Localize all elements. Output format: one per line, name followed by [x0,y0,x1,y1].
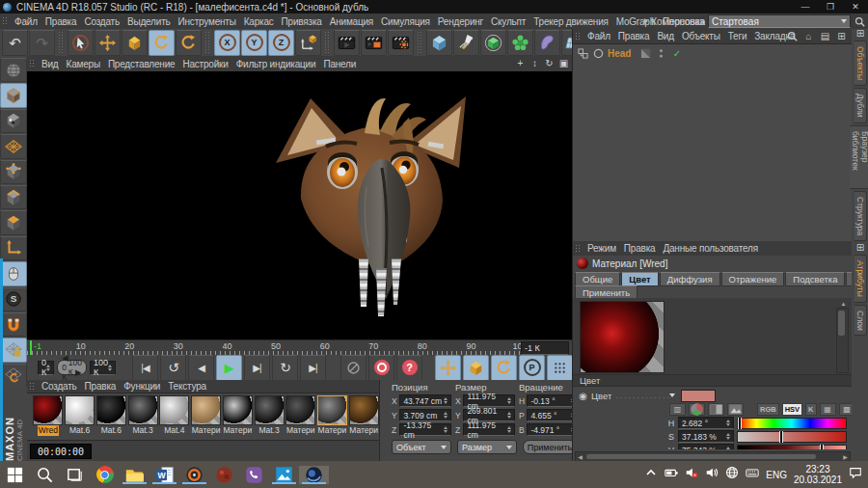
spinner[interactable] [444,397,448,404]
word-app[interactable]: W [149,466,179,484]
spectrum-icon[interactable] [708,403,724,416]
maximize-view-icon[interactable]: ▣ [557,57,570,69]
next-frame-button[interactable]: ▶| [244,355,270,381]
red-app[interactable] [209,466,239,484]
slider-marker[interactable] [820,445,824,450]
convert-button[interactable] [0,58,27,82]
spinner[interactable] [108,365,112,371]
viber-app[interactable] [239,466,269,484]
lock-y-axis-button[interactable]: Y [241,30,267,56]
edges-mode-button[interactable] [0,185,27,209]
taskbar-clock[interactable]: 23:23 20.03.2021 [794,464,842,485]
am-side-tab[interactable]: Слои [854,305,867,337]
lock-z-axis-button[interactable]: Z [268,30,294,56]
enable-axis-button[interactable] [0,236,27,260]
chevron-down-icon[interactable] [669,393,675,397]
tab-Отражение[interactable]: Отражение [721,272,785,286]
material-thumbnail[interactable] [285,395,315,425]
menubar-item[interactable]: Выделить [123,16,175,27]
viewport-menu-item[interactable]: Представление [104,59,179,69]
om-menu-item[interactable]: Правка [614,31,654,41]
render-view-button[interactable] [334,30,360,56]
material-thumbnail[interactable] [349,395,379,425]
mode-k-button[interactable]: K [805,403,816,416]
mode-rgb-button[interactable]: RGB [757,403,779,416]
spinner[interactable] [507,426,511,433]
home-icon[interactable]: ⌂ [802,30,815,42]
snap-button[interactable]: S [0,287,27,312]
viewport-menubar-grip[interactable] [29,59,36,68]
om-grip[interactable] [575,32,582,41]
hierarchy-icon[interactable] [577,47,589,60]
current-frame-field[interactable]: 0 К [38,361,54,375]
magnet-button[interactable] [0,312,27,337]
timeline-playhead[interactable]: -1 [30,340,41,355]
material-item[interactable]: Матери [191,395,222,436]
object-name[interactable]: Head [608,48,631,59]
deformer-button[interactable] [534,30,560,56]
volume-muted-icon[interactable] [685,466,698,483]
workplane-rotate-button[interactable] [0,364,27,388]
menubar-grip[interactable] [2,16,9,26]
material-menu-item[interactable]: Функции [120,381,164,392]
minimize-button[interactable]: — [793,1,818,14]
material-item[interactable]: Mat.6 [95,395,126,436]
play-backwards-button[interactable]: ↺ [160,355,186,381]
tray-chevron-up-icon[interactable] [644,466,658,483]
spinner[interactable] [726,447,730,449]
layer-chip-icon[interactable] [639,47,652,60]
apply-button[interactable]: Применить [523,440,577,454]
photos-app[interactable] [269,466,299,484]
material-thumbnail[interactable] [223,395,253,425]
redo-button[interactable]: ↷ [29,30,55,56]
tab-Цвет[interactable]: Цвет [621,272,658,286]
om-menu-item[interactable]: Файл [583,31,614,41]
material-thumbnail[interactable] [65,395,95,425]
coordinate-mode-dropdown[interactable]: Объект [392,440,451,454]
menubar-item[interactable]: Создать [80,16,123,27]
coordinate-field[interactable]: 4.655 ° [527,409,579,421]
live-selection-button[interactable] [68,30,94,56]
network-globe-icon[interactable] [725,466,739,483]
object-row[interactable]: Head ✓ [573,44,852,60]
menubar-item[interactable]: Анимация [326,16,377,27]
timeline-frame-box[interactable]: -1 К [521,341,569,355]
color-wheel-icon[interactable] [689,403,705,416]
go-to-end-button[interactable]: ▶| [300,355,326,381]
material-preview[interactable] [580,301,665,373]
maximize-button[interactable]: ❐ [818,1,843,14]
tab-Общие[interactable]: Общие [575,272,620,286]
material-menu-item[interactable]: Текстура [164,381,210,392]
coordinate-field[interactable]: -0.13 ° [527,394,579,407]
material-thumbnail[interactable] [128,395,158,425]
filter-icon[interactable]: ▤ [819,30,831,42]
material-thumbnail[interactable] [255,395,285,425]
search-icon[interactable] [854,15,866,28]
battery-icon[interactable] [665,466,678,483]
am-side-tab[interactable]: Атрибуты [854,255,867,303]
zoom-view-icon[interactable]: ↕ [529,57,541,69]
render-picture-viewer-button[interactable] [361,30,387,56]
tab-Диффузия[interactable]: Диффузия [660,272,720,286]
add-cube-button[interactable] [426,30,452,56]
menubar-item[interactable]: Правка [41,16,81,27]
am-menu-item[interactable]: Режим [583,243,620,254]
mode-hsv-button[interactable]: HSV [782,403,802,416]
viewport-menu-item[interactable]: Настройки [178,59,231,69]
scale-tool-button[interactable] [122,30,148,56]
taskbar-search-button[interactable] [30,466,60,484]
add-panel-icon[interactable]: ⊞ [835,30,848,42]
points-mode-button[interactable] [0,160,27,184]
slider-value-field[interactable]: 37.183 % [678,430,734,443]
menubar-item[interactable]: Инструменты [175,16,240,27]
add-panel-icon[interactable]: ⊞ [856,29,864,39]
explorer-app[interactable] [120,466,149,484]
viewport-menu-item[interactable]: Панели [319,59,360,69]
coordinate-field[interactable]: -13.375 cm [399,423,451,436]
object-manager[interactable]: Head ✓ [573,44,852,241]
current-time-display[interactable]: 00:00:00 [30,444,92,459]
end-frame-field[interactable]: 100 К [90,361,116,375]
coordinate-field[interactable]: -4.971 ° [527,423,579,436]
chrome-app[interactable] [90,466,120,483]
subdivision-surface-button[interactable] [480,30,506,56]
